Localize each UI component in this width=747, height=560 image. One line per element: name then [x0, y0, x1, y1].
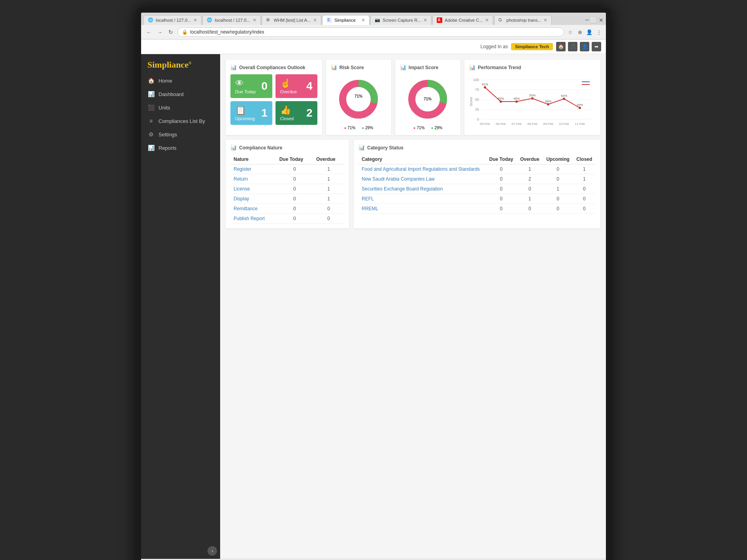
browser-tab-1[interactable]: 🌐 localhost / 127.0... ✕	[143, 15, 202, 25]
sidebar-nav: 🏠 Home 📊 Dashboard ⬛ Units ≡ Compliances…	[141, 74, 220, 543]
browser-tab-active[interactable]: S Simpliance ✕	[322, 15, 370, 25]
cn-nature-link-4[interactable]: Remittance	[234, 206, 258, 211]
svg-text:50: 50	[475, 98, 479, 102]
sidebar-collapse-btn[interactable]: ›	[208, 546, 217, 556]
address-bar[interactable]: 🔒 localhost/test_new/regulatory/index	[177, 27, 564, 37]
sidebar-item-settings[interactable]: ⚙ Settings	[141, 128, 220, 141]
cs-closed-4: 0	[573, 204, 596, 214]
cs-header-upcoming: Upcoming	[543, 155, 573, 164]
cs-category-link-3[interactable]: REFL	[362, 196, 374, 202]
header-logout-btn[interactable]: ➡	[592, 42, 601, 51]
outlook-card-title: 📊 Overall Compliances Outlook	[230, 64, 317, 70]
header-user-btn[interactable]: 👤	[580, 42, 589, 51]
cn-overdue-1: 1	[313, 174, 344, 184]
sidebar-item-reports[interactable]: 📊 Reports	[141, 141, 220, 155]
impact-score-chart: 71%	[400, 74, 456, 124]
svg-point-21	[515, 100, 518, 103]
cn-chart-icon: 📊	[230, 145, 237, 151]
browser-tab-2[interactable]: 🌐 localhost / 127.0... ✕	[202, 15, 260, 25]
cs-header-overdue: Overdue	[517, 155, 543, 164]
cs-category-link-1[interactable]: New Saudi Arabia Companies Law	[362, 176, 435, 182]
cs-row-3: REFL 0 1 0 0	[358, 194, 596, 204]
browser-tab-3[interactable]: ⚙ WHM [test] List A... ✕	[262, 15, 322, 25]
cs-header-due: Due Today	[486, 155, 517, 164]
units-icon: ⬛	[147, 104, 155, 111]
browser-tab-5[interactable]: 📷 Screen Capture R... ✕	[370, 15, 432, 25]
cn-header-due: Due Today	[276, 155, 313, 164]
cs-category-link-4[interactable]: RREML	[362, 206, 378, 211]
extensions-btn[interactable]: ⊕	[576, 28, 584, 36]
browser-tab-7[interactable]: G photoshop trans... ✕	[494, 15, 552, 25]
minimize-btn[interactable]: –	[585, 16, 589, 23]
svg-text:Score: Score	[469, 97, 473, 106]
outlook-title-text: Overall Compliances Outlook	[239, 65, 305, 70]
cn-overdue-2: 1	[313, 184, 344, 194]
cn-nature-link-3[interactable]: Display	[234, 196, 249, 202]
cn-due-2: 0	[276, 184, 313, 194]
closed-tile[interactable]: 👍 Closed 2	[275, 101, 317, 125]
sidebar-item-units[interactable]: ⬛ Units	[141, 101, 220, 114]
tab-close-1[interactable]: ✕	[193, 17, 197, 23]
cs-category-link-0[interactable]: Food and Agricultural Import Regulations…	[362, 166, 480, 172]
tab-close-2[interactable]: ✕	[253, 17, 257, 23]
cn-due-5: 0	[276, 214, 313, 224]
browser-tabs: 🌐 localhost / 127.0... ✕ 🌐 localhost / 1…	[141, 13, 606, 25]
cs-due-1: 0	[486, 174, 517, 184]
category-status-title-text: Category Status	[367, 145, 404, 151]
refresh-btn[interactable]: ↻	[166, 28, 175, 36]
risk-score-title-text: Risk Score	[340, 65, 364, 70]
cs-closed-1: 1	[573, 174, 596, 184]
due-today-label: Due Today	[235, 89, 256, 94]
header-audio-btn[interactable]: 🎵	[568, 42, 577, 51]
bookmark-btn[interactable]: ☆	[566, 28, 574, 36]
cn-nature-link-1[interactable]: Return	[234, 176, 248, 182]
cn-nature-link-2[interactable]: License	[234, 186, 250, 192]
svg-point-24	[563, 98, 565, 100]
cs-upcoming-1: 0	[543, 174, 573, 184]
performance-trend-card: 📊 Performance Trend	[464, 60, 600, 135]
tab-close-active[interactable]: ✕	[361, 17, 365, 23]
cn-nature-link-0[interactable]: Register	[234, 166, 251, 172]
tab-close-5[interactable]: ✕	[423, 17, 427, 23]
cs-closed-3: 0	[573, 194, 596, 204]
header-icon-group: 🏠 🎵 👤 ➡	[556, 42, 601, 51]
svg-text:52%: 52%	[561, 94, 567, 98]
browser-tab-6[interactable]: A Adobe Creative C... ✕	[432, 15, 493, 25]
tab-label-2: localhost / 127.0...	[215, 18, 250, 23]
cn-nature-link-5[interactable]: Publish Report	[234, 216, 265, 221]
svg-text:25: 25	[475, 107, 479, 111]
bottom-grid: 📊 Compliance Nature Nature Due Today Ove…	[226, 140, 600, 228]
logged-in-label: Logged In as	[481, 44, 508, 49]
overdue-tile[interactable]: ☝ Overdue 4	[275, 74, 317, 98]
cn-due-3: 0	[276, 194, 313, 204]
back-btn[interactable]: ←	[144, 28, 153, 36]
sidebar-item-dashboard[interactable]: 📊 Dashboard	[141, 87, 220, 101]
cs-closed-2: 0	[573, 184, 596, 194]
impact-score-card: 📊 Impact Score 71% ● 71% ● 29%	[395, 60, 460, 135]
tab-close-6[interactable]: ✕	[485, 17, 489, 23]
close-btn[interactable]: ✕	[599, 17, 604, 23]
header-home-btn[interactable]: 🏠	[556, 42, 566, 51]
sidebar-item-compliances[interactable]: ≡ Compliances List By	[141, 114, 220, 128]
tab-favicon-6: A	[437, 17, 442, 23]
sidebar-item-home[interactable]: 🏠 Home	[141, 74, 220, 87]
cn-row-5: Publish Report 0 0	[230, 214, 344, 224]
due-today-tile[interactable]: 👁 Due Today 0	[230, 74, 272, 98]
cs-overdue-4: 0	[517, 204, 543, 214]
cn-row-4: Remittance 0 0	[230, 204, 344, 214]
cs-row-2: Securities Exchange Board Regulation 0 0…	[358, 184, 596, 194]
svg-text:71%: 71%	[355, 94, 362, 98]
cn-due-1: 0	[276, 174, 313, 184]
upcoming-tile[interactable]: 📋 Upcoming 1	[230, 101, 272, 125]
settings-btn[interactable]: ⋮	[595, 28, 603, 36]
cs-category-link-2[interactable]: Securities Exchange Board Regulation	[362, 186, 443, 192]
browser-toolbar: ← → ↻ 🔒 localhost/test_new/regulatory/in…	[141, 25, 606, 39]
cs-upcoming-3: 0	[543, 194, 573, 204]
restore-btn[interactable]: ⬜	[590, 17, 597, 23]
forward-btn[interactable]: →	[155, 28, 164, 36]
account-btn[interactable]: 👤	[585, 28, 593, 36]
svg-text:08-Feb: 08-Feb	[527, 122, 538, 126]
tab-close-7[interactable]: ✕	[543, 17, 547, 23]
cn-row-0: Register 0 1	[230, 164, 344, 174]
tab-close-3[interactable]: ✕	[313, 17, 317, 23]
